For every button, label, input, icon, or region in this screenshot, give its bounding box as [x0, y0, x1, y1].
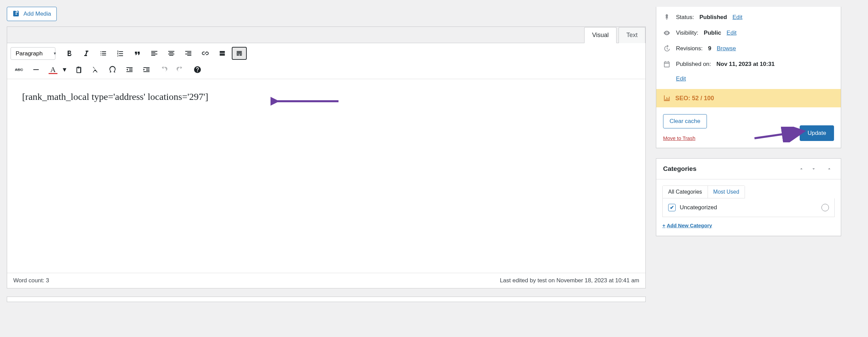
pin-icon: [663, 14, 671, 21]
paste-button[interactable]: [71, 63, 86, 76]
toolbar-toggle-button[interactable]: [232, 47, 247, 60]
svg-line-1: [754, 131, 802, 138]
main-column: Add Media Visual Text Paragraph: [7, 7, 646, 302]
history-icon: [663, 45, 671, 52]
editor-toolbar: Paragraph ABC A ▼: [7, 43, 645, 79]
tab-all-categories[interactable]: All Categories: [663, 186, 708, 198]
status-value: Published: [699, 14, 727, 21]
category-tabs: All Categories Most Used: [662, 185, 745, 198]
visibility-edit-link[interactable]: Edit: [727, 30, 736, 36]
category-list: Uncategorized: [662, 198, 835, 217]
revisions-value: 9: [708, 45, 711, 52]
insert-link-button[interactable]: [198, 47, 213, 60]
page-layout: Add Media Visual Text Paragraph: [7, 7, 868, 302]
eye-icon: [663, 29, 671, 37]
category-checkbox[interactable]: [668, 204, 676, 211]
clear-cache-button[interactable]: Clear cache: [663, 114, 707, 128]
add-media-label: Add Media: [23, 11, 51, 17]
panel-down-icon[interactable]: [809, 164, 818, 174]
undo-button[interactable]: [156, 63, 171, 76]
revisions-row: Revisions: 9 Browse: [656, 41, 841, 56]
panel-up-icon[interactable]: [797, 164, 806, 174]
categories-metabox: Categories All Categories Most Used Unca…: [656, 158, 841, 236]
format-select[interactable]: Paragraph: [11, 47, 55, 60]
seo-score-text: SEO: 52 / 100: [675, 95, 714, 102]
next-metabox-top: [7, 297, 646, 302]
chart-icon: [663, 94, 671, 102]
published-on-label: Published on:: [676, 61, 711, 68]
tab-visual[interactable]: Visual: [584, 27, 617, 43]
blockquote-button[interactable]: [130, 47, 145, 60]
publish-metabox: Status: Published Edit Visibility: Publi…: [656, 7, 841, 148]
indent-button[interactable]: [139, 63, 154, 76]
panel-toggle-icon[interactable]: [824, 164, 834, 174]
status-edit-link[interactable]: Edit: [732, 14, 742, 21]
visibility-row: Visibility: Public Edit: [656, 25, 841, 41]
align-center-button[interactable]: [164, 47, 179, 60]
insert-more-button[interactable]: [215, 47, 230, 60]
special-character-button[interactable]: [105, 63, 120, 76]
visibility-label: Visibility:: [676, 30, 698, 36]
categories-title: Categories: [663, 165, 696, 173]
tab-most-used[interactable]: Most Used: [708, 186, 745, 198]
published-on-row: Published on: Nov 11, 2023 at 10:31 Edit: [656, 56, 841, 86]
revisions-browse-link[interactable]: Browse: [717, 45, 736, 52]
add-media-icon: [13, 10, 20, 18]
seo-score-bar[interactable]: SEO: 52 / 100: [656, 89, 841, 107]
editor-content-text: [rank_math_local type='address' location…: [22, 91, 208, 102]
status-label: Status:: [676, 14, 694, 21]
tab-text[interactable]: Text: [619, 27, 645, 43]
last-edited: Last edited by test on November 18, 2023…: [500, 277, 639, 284]
annotation-arrow-editor: [271, 94, 342, 108]
strikethrough-button[interactable]: ABC: [12, 63, 27, 76]
published-on-value: Nov 11, 2023 at 10:31: [716, 61, 775, 68]
visibility-value: Public: [704, 30, 721, 36]
align-right-button[interactable]: [181, 47, 196, 60]
bullet-list-button[interactable]: [96, 47, 111, 60]
move-to-trash-link[interactable]: Move to Trash: [663, 135, 695, 141]
editor-container: Visual Text Paragraph: [7, 26, 646, 288]
outdent-button[interactable]: [122, 63, 137, 76]
add-new-category-link[interactable]: +Add New Category: [662, 223, 712, 228]
calendar-icon: [663, 60, 671, 68]
annotation-arrow-update: [752, 127, 807, 142]
published-on-edit-link[interactable]: Edit: [676, 75, 834, 82]
redo-button[interactable]: [173, 63, 188, 76]
text-color-button[interactable]: A: [46, 63, 60, 76]
word-count: Word count: 3: [13, 277, 49, 284]
editor-footer: Word count: 3 Last edited by test on Nov…: [7, 273, 645, 288]
numbered-list-button[interactable]: [113, 47, 128, 60]
clear-formatting-button[interactable]: [88, 63, 103, 76]
text-color-dropdown-button[interactable]: ▼: [60, 63, 69, 76]
media-row: Add Media: [7, 7, 646, 21]
revisions-label: Revisions:: [676, 45, 702, 52]
editor-body[interactable]: [rank_math_local type='address' location…: [7, 79, 645, 273]
status-row: Status: Published Edit: [656, 10, 841, 25]
category-item-uncategorized[interactable]: Uncategorized: [668, 204, 717, 211]
category-label: Uncategorized: [680, 204, 717, 211]
primary-category-radio[interactable]: [821, 204, 829, 211]
editor-mode-tabs: Visual Text: [7, 27, 645, 43]
italic-button[interactable]: [79, 47, 94, 60]
horizontal-rule-button[interactable]: [29, 63, 44, 76]
sidebar-column: Status: Published Edit Visibility: Publi…: [656, 7, 841, 236]
publish-actions: Clear cache Move to Trash Update: [656, 107, 841, 148]
bold-button[interactable]: [62, 47, 77, 60]
add-media-button[interactable]: Add Media: [7, 7, 57, 21]
categories-header: Categories: [656, 159, 841, 179]
help-button[interactable]: [190, 63, 205, 76]
align-left-button[interactable]: [147, 47, 162, 60]
